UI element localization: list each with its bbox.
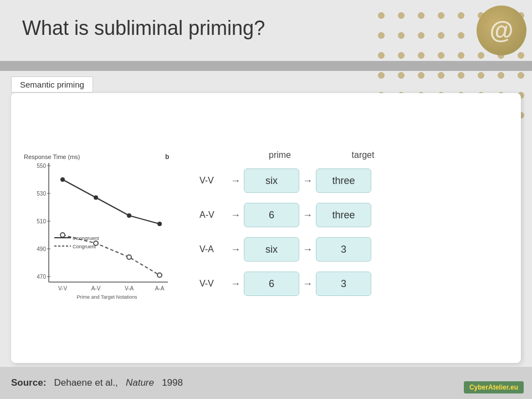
svg-text:Incongruent: Incongruent: [73, 236, 99, 241]
table-row: A-V → 6 → three: [200, 203, 504, 227]
table-row: V-V → 6 → 3: [200, 272, 504, 296]
svg-point-23: [60, 233, 65, 237]
svg-point-21: [127, 213, 131, 218]
svg-text:b: b: [165, 153, 169, 161]
cyberatelier-logo: CyberAtelier.eu: [464, 381, 524, 393]
svg-text:470: 470: [37, 274, 46, 280]
gray-divider: [0, 61, 532, 71]
svg-point-26: [157, 273, 162, 278]
source-year: 1998: [162, 377, 183, 388]
arrow-icon-3a: →: [231, 278, 241, 290]
chart-area: Response Time (ms) b 550 530 510 490 470…: [11, 93, 183, 363]
target-box-3: 3: [316, 272, 371, 296]
target-box-2: 3: [316, 237, 371, 262]
prime-box-1: 6: [244, 203, 299, 227]
target-box-0: three: [316, 168, 371, 193]
arrow-icon-0a: →: [231, 175, 241, 187]
arrow-icon-3b: →: [303, 278, 313, 290]
content-card: Response Time (ms) b 550 530 510 490 470…: [11, 93, 521, 363]
svg-text:V-V: V-V: [58, 285, 66, 291]
logo-text2: Atelier: [488, 383, 509, 391]
arrow-icon-0b: →: [303, 175, 313, 187]
prime-header: prime: [249, 150, 310, 160]
arrow-icon-2b: →: [303, 244, 313, 255]
diagram-area: prime target V-V → six → three A-V → 6 →…: [183, 93, 521, 363]
svg-text:Prime and Target Notations: Prime and Target Notations: [76, 294, 137, 300]
arrow-icon-1a: →: [231, 209, 241, 221]
page-title: What is subliminal priming?: [22, 17, 265, 40]
svg-text:510: 510: [37, 218, 46, 224]
svg-text:V-A: V-A: [124, 285, 133, 291]
svg-text:Response Time (ms): Response Time (ms): [24, 154, 80, 160]
prime-box-0: six: [244, 168, 299, 193]
source-label: Source:: [11, 377, 46, 388]
svg-text:530: 530: [37, 191, 46, 197]
row-label-2: V-A: [200, 244, 227, 254]
svg-text:A-A: A-A: [155, 285, 164, 291]
svg-text:Congruent: Congruent: [73, 244, 96, 249]
row-label-0: V-V: [200, 176, 227, 186]
prime-box-3: 6: [244, 272, 299, 296]
svg-point-22: [157, 222, 162, 226]
logo-text1: Cyber: [469, 383, 488, 391]
svg-text:490: 490: [37, 246, 46, 252]
arrow-icon-2a: →: [231, 244, 241, 255]
svg-text:A-V: A-V: [91, 285, 100, 291]
row-label-1: A-V: [200, 210, 227, 220]
at-icon: @: [477, 6, 526, 55]
source-journal: Nature: [126, 377, 154, 388]
target-box-1: three: [316, 203, 371, 227]
source-author: Dehaene et al.,: [54, 377, 117, 388]
source-bar: Source: Dehaene et al., Nature 1998: [0, 367, 532, 399]
arrow-icon-1b: →: [303, 209, 313, 221]
table-row: V-A → six → 3: [200, 237, 504, 262]
response-time-chart: Response Time (ms) b 550 530 510 490 470…: [18, 149, 179, 310]
table-row: V-V → six → three: [200, 168, 504, 193]
svg-point-20: [94, 196, 98, 200]
svg-point-19: [60, 177, 65, 182]
svg-point-25: [127, 255, 131, 259]
target-header: target: [332, 150, 393, 160]
semantic-label: Semantic priming: [11, 76, 93, 93]
source-text: Source: Dehaene et al., Nature 1998: [11, 377, 183, 388]
column-headers: prime target: [249, 150, 504, 160]
row-label-3: V-V: [200, 279, 227, 289]
logo-tld: .eu: [509, 383, 518, 391]
prime-box-2: six: [244, 237, 299, 262]
svg-text:550: 550: [37, 163, 46, 169]
